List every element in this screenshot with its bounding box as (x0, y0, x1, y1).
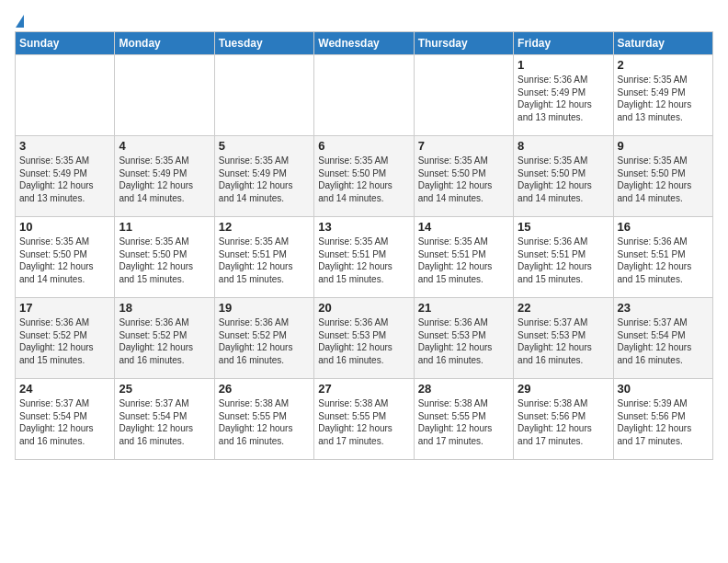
cell-info: Sunrise: 5:36 AM Sunset: 5:49 PM Dayligh… (518, 74, 609, 123)
day-number: 27 (318, 382, 409, 396)
day-number: 16 (618, 220, 709, 234)
calendar-cell: 16Sunrise: 5:36 AM Sunset: 5:51 PM Dayli… (613, 217, 712, 298)
weekday-header-wednesday: Wednesday (314, 32, 414, 55)
calendar-cell (214, 55, 313, 136)
cell-info: Sunrise: 5:36 AM Sunset: 5:51 PM Dayligh… (518, 236, 609, 285)
calendar-cell: 2Sunrise: 5:35 AM Sunset: 5:49 PM Daylig… (613, 55, 712, 136)
cell-info: Sunrise: 5:35 AM Sunset: 5:50 PM Dayligh… (418, 155, 509, 204)
cell-info: Sunrise: 5:35 AM Sunset: 5:50 PM Dayligh… (119, 236, 210, 285)
cell-info: Sunrise: 5:35 AM Sunset: 5:50 PM Dayligh… (518, 155, 609, 204)
cell-info: Sunrise: 5:35 AM Sunset: 5:49 PM Dayligh… (618, 74, 709, 123)
cell-info: Sunrise: 5:35 AM Sunset: 5:49 PM Dayligh… (219, 155, 310, 204)
calendar-cell: 14Sunrise: 5:35 AM Sunset: 5:51 PM Dayli… (414, 217, 513, 298)
calendar-cell: 23Sunrise: 5:37 AM Sunset: 5:54 PM Dayli… (613, 298, 712, 379)
day-number: 19 (219, 301, 310, 315)
cell-info: Sunrise: 5:38 AM Sunset: 5:56 PM Dayligh… (518, 397, 609, 447)
calendar-cell: 28Sunrise: 5:38 AM Sunset: 5:55 PM Dayli… (414, 379, 513, 460)
day-number: 22 (518, 301, 609, 315)
day-number: 20 (318, 301, 409, 315)
cell-info: Sunrise: 5:35 AM Sunset: 5:50 PM Dayligh… (19, 236, 110, 285)
cell-info: Sunrise: 5:35 AM Sunset: 5:49 PM Dayligh… (119, 155, 210, 204)
day-number: 6 (318, 139, 409, 153)
calendar-week-row: 3Sunrise: 5:35 AM Sunset: 5:49 PM Daylig… (16, 136, 713, 217)
day-number: 3 (19, 139, 110, 153)
calendar-cell (16, 55, 115, 136)
day-number: 5 (219, 139, 310, 153)
day-number: 17 (19, 301, 110, 315)
cell-info: Sunrise: 5:38 AM Sunset: 5:55 PM Dayligh… (418, 397, 509, 447)
calendar-cell: 3Sunrise: 5:35 AM Sunset: 5:49 PM Daylig… (16, 136, 115, 217)
cell-info: Sunrise: 5:37 AM Sunset: 5:54 PM Dayligh… (618, 316, 709, 366)
calendar-cell: 9Sunrise: 5:35 AM Sunset: 5:50 PM Daylig… (613, 136, 712, 217)
day-number: 23 (618, 301, 709, 315)
calendar-cell: 15Sunrise: 5:36 AM Sunset: 5:51 PM Dayli… (514, 217, 613, 298)
cell-info: Sunrise: 5:37 AM Sunset: 5:53 PM Dayligh… (518, 316, 609, 366)
cell-info: Sunrise: 5:36 AM Sunset: 5:52 PM Dayligh… (119, 316, 210, 366)
weekday-header-saturday: Saturday (613, 32, 712, 55)
calendar-cell: 1Sunrise: 5:36 AM Sunset: 5:49 PM Daylig… (514, 55, 613, 136)
calendar-cell: 13Sunrise: 5:35 AM Sunset: 5:51 PM Dayli… (314, 217, 414, 298)
day-number: 24 (19, 382, 110, 396)
cell-info: Sunrise: 5:35 AM Sunset: 5:51 PM Dayligh… (418, 236, 509, 285)
day-number: 12 (219, 220, 310, 234)
calendar-cell: 17Sunrise: 5:36 AM Sunset: 5:52 PM Dayli… (16, 298, 115, 379)
cell-info: Sunrise: 5:35 AM Sunset: 5:50 PM Dayligh… (618, 155, 709, 204)
calendar-cell: 24Sunrise: 5:37 AM Sunset: 5:54 PM Dayli… (16, 379, 115, 460)
cell-info: Sunrise: 5:35 AM Sunset: 5:51 PM Dayligh… (318, 236, 409, 285)
calendar-cell: 20Sunrise: 5:36 AM Sunset: 5:53 PM Dayli… (314, 298, 414, 379)
day-number: 26 (219, 382, 310, 396)
calendar-cell (314, 55, 414, 136)
calendar-cell: 4Sunrise: 5:35 AM Sunset: 5:49 PM Daylig… (115, 136, 214, 217)
calendar-week-row: 1Sunrise: 5:36 AM Sunset: 5:49 PM Daylig… (16, 55, 713, 136)
day-number: 21 (418, 301, 509, 315)
weekday-header-thursday: Thursday (414, 32, 513, 55)
calendar-cell: 30Sunrise: 5:39 AM Sunset: 5:56 PM Dayli… (613, 379, 712, 460)
day-number: 2 (618, 58, 709, 72)
calendar-cell: 6Sunrise: 5:35 AM Sunset: 5:50 PM Daylig… (314, 136, 414, 217)
day-number: 15 (518, 220, 609, 234)
cell-info: Sunrise: 5:36 AM Sunset: 5:53 PM Dayligh… (418, 316, 509, 366)
weekday-header-friday: Friday (514, 32, 613, 55)
calendar-cell (115, 55, 214, 136)
day-number: 14 (418, 220, 509, 234)
calendar-cell: 5Sunrise: 5:35 AM Sunset: 5:49 PM Daylig… (214, 136, 313, 217)
calendar-week-row: 24Sunrise: 5:37 AM Sunset: 5:54 PM Dayli… (16, 379, 713, 460)
day-number: 29 (518, 382, 609, 396)
day-number: 25 (119, 382, 210, 396)
day-number: 8 (518, 139, 609, 153)
calendar-cell: 26Sunrise: 5:38 AM Sunset: 5:55 PM Dayli… (214, 379, 313, 460)
page-header (15, 15, 713, 24)
calendar-cell: 19Sunrise: 5:36 AM Sunset: 5:52 PM Dayli… (214, 298, 313, 379)
cell-info: Sunrise: 5:39 AM Sunset: 5:56 PM Dayligh… (618, 397, 709, 447)
weekday-header-sunday: Sunday (16, 32, 115, 55)
day-number: 30 (618, 382, 709, 396)
cell-info: Sunrise: 5:36 AM Sunset: 5:51 PM Dayligh… (618, 236, 709, 285)
cell-info: Sunrise: 5:37 AM Sunset: 5:54 PM Dayligh… (119, 397, 210, 447)
cell-info: Sunrise: 5:37 AM Sunset: 5:54 PM Dayligh… (19, 397, 110, 447)
day-number: 18 (119, 301, 210, 315)
cell-info: Sunrise: 5:38 AM Sunset: 5:55 PM Dayligh… (219, 397, 310, 447)
day-number: 7 (418, 139, 509, 153)
day-number: 11 (119, 220, 210, 234)
calendar-cell: 29Sunrise: 5:38 AM Sunset: 5:56 PM Dayli… (514, 379, 613, 460)
logo-icon (16, 15, 24, 28)
day-number: 10 (19, 220, 110, 234)
calendar-week-row: 17Sunrise: 5:36 AM Sunset: 5:52 PM Dayli… (16, 298, 713, 379)
calendar-cell: 21Sunrise: 5:36 AM Sunset: 5:53 PM Dayli… (414, 298, 513, 379)
calendar-cell: 11Sunrise: 5:35 AM Sunset: 5:50 PM Dayli… (115, 217, 214, 298)
calendar-body: 1Sunrise: 5:36 AM Sunset: 5:49 PM Daylig… (16, 55, 713, 460)
calendar-cell: 7Sunrise: 5:35 AM Sunset: 5:50 PM Daylig… (414, 136, 513, 217)
calendar-cell: 8Sunrise: 5:35 AM Sunset: 5:50 PM Daylig… (514, 136, 613, 217)
cell-info: Sunrise: 5:36 AM Sunset: 5:53 PM Dayligh… (318, 316, 409, 366)
cell-info: Sunrise: 5:36 AM Sunset: 5:52 PM Dayligh… (19, 316, 110, 366)
cell-info: Sunrise: 5:38 AM Sunset: 5:55 PM Dayligh… (318, 397, 409, 447)
cell-info: Sunrise: 5:35 AM Sunset: 5:49 PM Dayligh… (19, 155, 110, 204)
calendar-table: SundayMondayTuesdayWednesdayThursdayFrid… (15, 31, 713, 460)
logo (15, 15, 25, 24)
calendar-cell: 12Sunrise: 5:35 AM Sunset: 5:51 PM Dayli… (214, 217, 313, 298)
weekday-header-tuesday: Tuesday (214, 32, 313, 55)
weekday-header-monday: Monday (115, 32, 214, 55)
day-number: 13 (318, 220, 409, 234)
day-number: 1 (518, 58, 609, 72)
day-number: 28 (418, 382, 509, 396)
